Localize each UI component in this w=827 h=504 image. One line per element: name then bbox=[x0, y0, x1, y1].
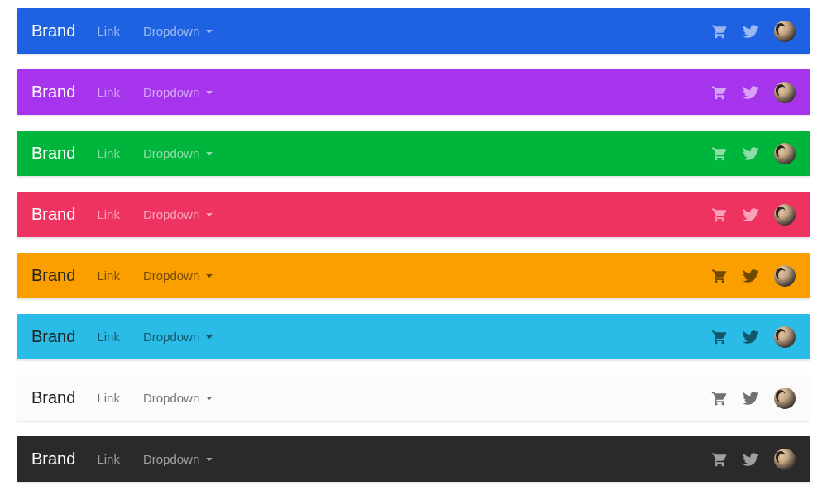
shopping-cart-icon[interactable] bbox=[711, 23, 728, 40]
twitter-icon[interactable] bbox=[743, 451, 759, 468]
nav-dropdown[interactable]: Dropdown bbox=[143, 85, 213, 99]
avatar[interactable] bbox=[774, 265, 796, 287]
navbar-primary: BrandLinkDropdown bbox=[17, 8, 810, 54]
twitter-icon[interactable] bbox=[743, 23, 759, 40]
brand[interactable]: Brand bbox=[31, 21, 75, 40]
twitter-icon[interactable] bbox=[743, 84, 759, 101]
chevron-down-icon bbox=[206, 213, 213, 216]
avatar[interactable] bbox=[774, 449, 796, 470]
chevron-down-icon bbox=[206, 397, 213, 400]
avatar[interactable] bbox=[774, 388, 796, 409]
chevron-down-icon bbox=[206, 458, 213, 461]
navbar-purple: BrandLinkDropdown bbox=[17, 69, 810, 115]
shopping-cart-icon[interactable] bbox=[711, 207, 728, 223]
dropdown-label: Dropdown bbox=[143, 391, 199, 405]
brand[interactable]: Brand bbox=[31, 327, 75, 346]
nav-link[interactable]: Link bbox=[97, 146, 120, 160]
navbar-right bbox=[711, 326, 796, 348]
chevron-down-icon bbox=[206, 30, 213, 33]
nav-dropdown[interactable]: Dropdown bbox=[143, 24, 213, 38]
avatar[interactable] bbox=[774, 82, 796, 103]
nav-link[interactable]: Link bbox=[97, 391, 120, 405]
twitter-icon[interactable] bbox=[743, 145, 759, 162]
navbar-right bbox=[711, 82, 796, 103]
navbar-right bbox=[711, 204, 796, 226]
dropdown-label: Dropdown bbox=[143, 452, 199, 466]
navbar-info: BrandLinkDropdown bbox=[17, 314, 810, 359]
dropdown-label: Dropdown bbox=[143, 330, 199, 344]
brand[interactable]: Brand bbox=[31, 144, 75, 163]
avatar[interactable] bbox=[774, 204, 796, 226]
dropdown-label: Dropdown bbox=[143, 207, 199, 221]
dropdown-label: Dropdown bbox=[143, 269, 199, 283]
nav-link[interactable]: Link bbox=[97, 85, 120, 99]
navbar-right bbox=[711, 449, 796, 470]
navbar-danger: BrandLinkDropdown bbox=[17, 192, 810, 237]
nav-dropdown[interactable]: Dropdown bbox=[143, 207, 213, 221]
chevron-down-icon bbox=[206, 274, 213, 278]
avatar[interactable] bbox=[774, 326, 796, 348]
twitter-icon[interactable] bbox=[743, 268, 759, 284]
navbar-dark: BrandLinkDropdown bbox=[17, 436, 810, 482]
chevron-down-icon bbox=[206, 91, 213, 94]
nav-link[interactable]: Link bbox=[97, 452, 120, 466]
shopping-cart-icon[interactable] bbox=[711, 268, 728, 284]
navbar-right bbox=[711, 388, 796, 409]
avatar[interactable] bbox=[774, 143, 796, 164]
navbar-right bbox=[711, 143, 796, 164]
twitter-icon[interactable] bbox=[743, 390, 759, 407]
nav-link[interactable]: Link bbox=[97, 24, 120, 38]
shopping-cart-icon[interactable] bbox=[711, 390, 728, 407]
nav-link[interactable]: Link bbox=[97, 330, 120, 344]
nav-dropdown[interactable]: Dropdown bbox=[143, 391, 213, 405]
nav-link[interactable]: Link bbox=[97, 207, 120, 221]
avatar[interactable] bbox=[774, 21, 796, 42]
chevron-down-icon bbox=[206, 152, 213, 155]
brand[interactable]: Brand bbox=[31, 388, 75, 407]
brand[interactable]: Brand bbox=[31, 205, 75, 224]
nav-dropdown[interactable]: Dropdown bbox=[143, 146, 213, 160]
brand[interactable]: Brand bbox=[31, 83, 75, 102]
navbar-warning: BrandLinkDropdown bbox=[17, 253, 810, 298]
shopping-cart-icon[interactable] bbox=[711, 451, 728, 468]
nav-dropdown[interactable]: Dropdown bbox=[143, 330, 213, 344]
nav-dropdown[interactable]: Dropdown bbox=[143, 452, 213, 466]
shopping-cart-icon[interactable] bbox=[711, 84, 728, 101]
nav-link[interactable]: Link bbox=[97, 269, 120, 283]
twitter-icon[interactable] bbox=[743, 329, 759, 345]
twitter-icon[interactable] bbox=[743, 207, 759, 223]
dropdown-label: Dropdown bbox=[143, 146, 199, 160]
dropdown-label: Dropdown bbox=[143, 24, 199, 38]
brand[interactable]: Brand bbox=[31, 266, 75, 285]
navbar-right bbox=[711, 265, 796, 287]
chevron-down-icon bbox=[206, 335, 213, 339]
shopping-cart-icon[interactable] bbox=[711, 145, 728, 162]
navbar-light: BrandLinkDropdown bbox=[17, 375, 810, 421]
dropdown-label: Dropdown bbox=[143, 85, 199, 99]
nav-dropdown[interactable]: Dropdown bbox=[143, 269, 213, 283]
navbar-success: BrandLinkDropdown bbox=[17, 131, 810, 176]
brand[interactable]: Brand bbox=[31, 449, 75, 468]
shopping-cart-icon[interactable] bbox=[711, 329, 728, 345]
navbar-right bbox=[711, 21, 796, 42]
